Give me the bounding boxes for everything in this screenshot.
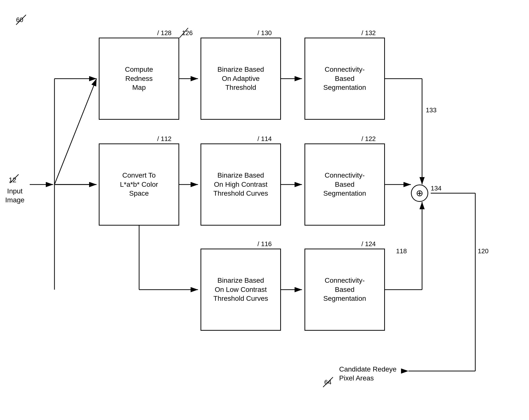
ref-112: / 112 (157, 135, 172, 143)
box-connectivity-mid: Connectivity-BasedSegmentation (304, 143, 385, 226)
box-binarize-high: Binarize BasedOn High ContrastThreshold … (201, 143, 281, 226)
slash-12 (9, 173, 21, 186)
ref-122: / 122 (361, 135, 376, 143)
ref-114: / 114 (257, 135, 272, 143)
ref-130: / 130 (257, 29, 272, 37)
slash-126 (178, 27, 191, 39)
svg-line-24 (10, 174, 19, 183)
diagram-container: 60 12 InputImage ComputeRednessMap / 128… (0, 0, 529, 420)
ref-134: 134 (431, 185, 441, 192)
svg-line-25 (179, 28, 188, 38)
svg-line-23 (16, 15, 26, 25)
box-compute-redness: ComputeRednessMap (99, 38, 179, 120)
box-connectivity-top: Connectivity-BasedSegmentation (304, 38, 385, 120)
ref-128: / 128 (157, 29, 172, 37)
output-label: Candidate RedeyePixel Areas (339, 365, 397, 383)
ref-118: 118 (396, 247, 407, 255)
slash-60 (14, 14, 28, 28)
box-binarize-low: Binarize BasedOn Low ContrastThreshold C… (201, 249, 281, 331)
ref-120: 120 (478, 247, 488, 255)
circle-plus: ⊕ (411, 185, 428, 202)
svg-line-2 (54, 79, 97, 185)
box-convert-lab: Convert ToL*a*b* ColorSpace (99, 143, 179, 226)
slash-64 (322, 376, 335, 390)
ref-124: / 124 (361, 240, 376, 248)
svg-line-26 (323, 377, 333, 387)
ref-116: / 116 (257, 240, 272, 248)
input-image-text: InputImage (2, 187, 27, 205)
box-binarize-adaptive: Binarize BasedOn AdaptiveThreshold (201, 38, 281, 120)
ref-133: 133 (426, 106, 436, 114)
ref-132: / 132 (361, 29, 376, 37)
box-connectivity-bot: Connectivity-BasedSegmentation (304, 249, 385, 331)
